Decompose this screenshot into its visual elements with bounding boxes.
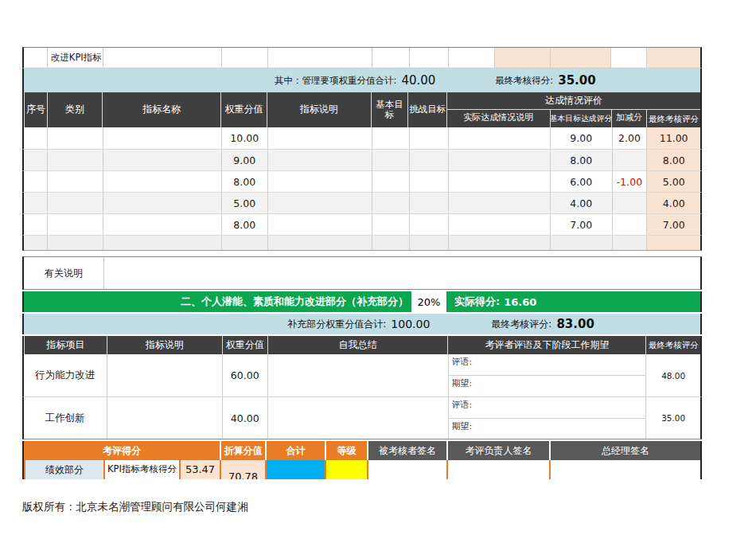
cell-adjustment[interactable] <box>612 193 647 213</box>
cell-base-score[interactable]: 9.00 <box>550 127 612 149</box>
cell-final-score[interactable]: 7.00 <box>646 214 700 235</box>
cell-item-final[interactable]: 48.00 <box>645 354 700 396</box>
cell-seq[interactable] <box>24 214 47 235</box>
cell-actual-desc[interactable] <box>448 127 550 149</box>
cell-desc[interactable] <box>267 193 372 213</box>
cell-base-target[interactable] <box>372 127 409 149</box>
cell-item-desc[interactable] <box>107 354 222 396</box>
cell-actual-desc[interactable] <box>448 171 550 192</box>
cell-challenge-target[interactable] <box>409 150 448 170</box>
notes-input-area[interactable] <box>103 257 700 289</box>
cell-base-target-blank[interactable] <box>372 48 409 68</box>
cell-final-score[interactable]: 11.00 <box>646 127 700 149</box>
cell-desc-blank[interactable] <box>267 48 372 68</box>
cell-item[interactable]: 行为能力改进 <box>24 354 107 396</box>
cell-adjustment-negative[interactable]: -1.00 <box>612 171 647 192</box>
signature-examinee-cell[interactable] <box>368 460 446 479</box>
cell-weight[interactable]: 10.00 <box>221 127 267 149</box>
cell-weight[interactable]: 8.00 <box>221 214 267 235</box>
cell-seq[interactable] <box>24 150 47 170</box>
comment-input[interactable]: 评语: <box>449 397 646 419</box>
cell-blank[interactable] <box>409 236 448 250</box>
cell-weight[interactable]: 8.00 <box>221 171 267 192</box>
cell-desc[interactable] <box>267 214 372 235</box>
cell-weight[interactable]: 5.00 <box>221 193 267 213</box>
cell-weight-blank[interactable] <box>221 48 267 68</box>
cell-adjustment[interactable] <box>612 214 647 235</box>
cell-indicator[interactable] <box>103 150 221 170</box>
cell-base-score[interactable]: 6.00 <box>550 171 612 192</box>
cell-blank[interactable] <box>612 236 647 250</box>
cell-challenge-target[interactable] <box>409 171 448 192</box>
cell-final-peach[interactable] <box>646 48 700 68</box>
cell-indicator[interactable] <box>103 193 221 213</box>
cell-adjust-blank[interactable] <box>610 48 647 68</box>
total-cell-blue[interactable] <box>267 460 325 479</box>
cell-base-target[interactable] <box>372 214 409 235</box>
cell-blank[interactable] <box>448 236 550 250</box>
cell-item[interactable]: 工作创新 <box>24 397 107 439</box>
cell-category[interactable] <box>47 214 103 235</box>
cell-desc[interactable] <box>267 150 372 170</box>
cell-blank[interactable] <box>372 236 409 250</box>
cell-challenge-target[interactable] <box>409 127 448 149</box>
cell-blank[interactable] <box>24 236 47 250</box>
cell-actual-desc[interactable] <box>448 150 550 170</box>
signature-gm-cell[interactable] <box>551 460 700 479</box>
cell-indicator[interactable] <box>103 127 221 149</box>
cell-indicator[interactable] <box>103 214 221 235</box>
cell-indicator-blank[interactable] <box>103 48 221 68</box>
cell-seq[interactable] <box>24 127 47 149</box>
expectation-input[interactable]: 期望: <box>449 376 646 396</box>
cell-final-score[interactable]: 4.00 <box>646 193 700 213</box>
cell-base-score[interactable]: 4.00 <box>550 193 612 213</box>
cell-blank[interactable] <box>103 236 221 250</box>
grade-cell-yellow[interactable] <box>326 460 367 479</box>
cell-actual-desc[interactable] <box>448 193 550 213</box>
cell-base-target[interactable] <box>372 193 409 213</box>
cell-input-peach-1[interactable] <box>494 48 550 68</box>
cell-input-peach-2[interactable] <box>550 48 610 68</box>
cell-self-summary[interactable] <box>267 354 448 396</box>
cell-item-desc[interactable] <box>107 397 222 439</box>
cell-blank[interactable] <box>550 236 612 250</box>
expectation-input[interactable]: 期望: <box>449 419 646 439</box>
cell-seq[interactable] <box>24 193 47 213</box>
cell-base-score[interactable]: 7.00 <box>550 214 612 235</box>
cell-self-summary[interactable] <box>267 397 448 439</box>
cell-challenge-target[interactable] <box>409 214 448 235</box>
cell-weight[interactable]: 9.00 <box>221 150 267 170</box>
cell-challenge-target-blank[interactable] <box>409 48 448 68</box>
cell-item-final[interactable]: 35.00 <box>645 397 700 439</box>
comment-input[interactable]: 评语: <box>449 354 646 376</box>
cell-item-weight[interactable]: 60.00 <box>222 354 267 396</box>
cell-actual-desc[interactable] <box>448 214 550 235</box>
section2-percent-cell[interactable]: 20% <box>411 291 446 312</box>
kpi-score-value[interactable]: 53.47 <box>181 460 220 479</box>
cell-blank[interactable] <box>221 236 267 250</box>
cell-blank[interactable] <box>267 236 372 250</box>
cell-adjustment[interactable]: 2.00 <box>612 127 647 149</box>
cell-seq-blank[interactable] <box>24 48 47 68</box>
signature-reviewer-cell[interactable] <box>448 460 549 479</box>
cell-category[interactable] <box>47 150 103 170</box>
converted-score-value[interactable]: 70.78 <box>221 460 265 479</box>
cell-blank[interactable] <box>47 236 103 250</box>
cell-adjustment[interactable] <box>612 150 647 170</box>
cell-desc[interactable] <box>267 171 372 192</box>
cell-item-weight[interactable]: 40.00 <box>222 397 267 439</box>
cell-seq[interactable] <box>24 171 47 192</box>
cell-base-target[interactable] <box>372 150 409 170</box>
cell-actual-blank[interactable] <box>448 48 495 68</box>
cell-final-score[interactable]: 5.00 <box>646 171 700 192</box>
cell-blank[interactable] <box>646 236 700 250</box>
cell-category[interactable] <box>47 127 103 149</box>
cell-challenge-target[interactable] <box>409 193 448 213</box>
cell-desc[interactable] <box>267 127 372 149</box>
cell-category[interactable] <box>47 171 103 192</box>
cell-category[interactable] <box>47 193 103 213</box>
cell-base-score[interactable]: 8.00 <box>550 150 612 170</box>
cell-indicator[interactable] <box>103 171 221 192</box>
cell-base-target[interactable] <box>372 171 409 192</box>
cell-final-score[interactable]: 8.00 <box>646 150 700 170</box>
